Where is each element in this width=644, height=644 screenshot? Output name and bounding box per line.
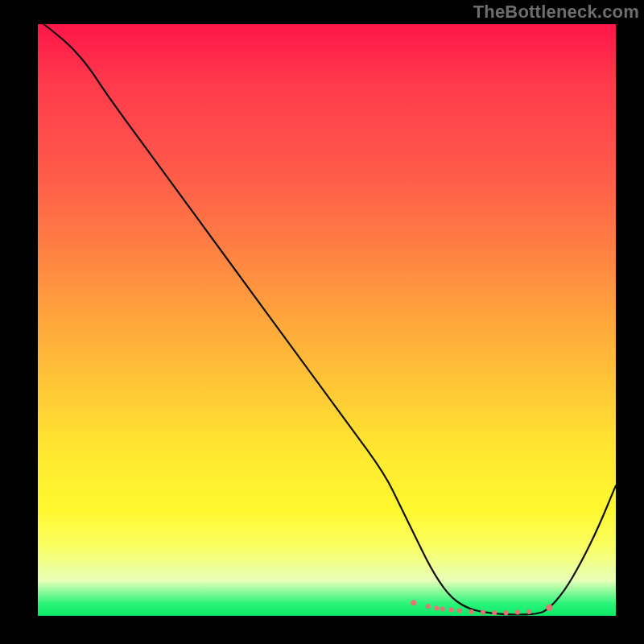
chart-frame: TheBottleneck.com [0, 0, 644, 644]
bottleneck-curve-line [43, 24, 616, 615]
curve-marker [492, 610, 497, 615]
curve-marker [448, 608, 453, 613]
curve-marker [504, 610, 509, 615]
curve-marker [426, 604, 431, 609]
curve-marker [515, 610, 520, 615]
plot-area [38, 24, 616, 616]
curve-marker [526, 609, 531, 614]
curve-marker [440, 607, 445, 612]
curve-marker [481, 610, 485, 615]
chart-svg [38, 24, 616, 616]
curve-marker [457, 608, 462, 613]
curve-marker [411, 600, 416, 605]
marker-group [411, 600, 552, 615]
curve-marker [546, 605, 552, 611]
curve-marker [434, 605, 439, 610]
watermark-text: TheBottleneck.com [473, 2, 639, 23]
curve-marker [469, 609, 474, 614]
